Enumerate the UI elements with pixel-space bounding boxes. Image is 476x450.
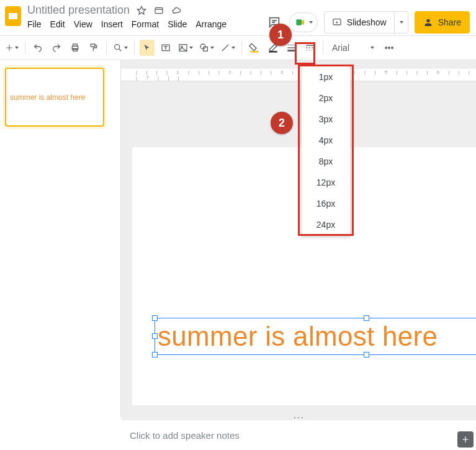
svg-point-23 — [298, 417, 299, 418]
paint-format-button[interactable] — [86, 40, 101, 56]
doc-title[interactable]: Untitled presentation — [27, 4, 130, 17]
line-button[interactable] — [219, 40, 236, 56]
share-button[interactable]: Share — [415, 11, 470, 34]
chevron-down-icon — [309, 21, 313, 24]
slideshow-main[interactable]: Slideshow — [325, 17, 394, 27]
annotation-step-1: 1 — [269, 24, 292, 46]
menu-file[interactable]: File — [27, 19, 42, 29]
speaker-notes[interactable]: Click to add speaker notes — [121, 420, 476, 450]
font-selector[interactable]: Arial — [328, 40, 378, 56]
svg-rect-15 — [269, 51, 277, 52]
speaker-notes-placeholder: Click to add speaker notes — [130, 430, 240, 441]
textbox-button[interactable] — [158, 40, 173, 56]
slide-thumbnail[interactable]: summer is almost here — [5, 68, 104, 127]
toolbar-separator — [25, 41, 25, 55]
svg-marker-0 — [137, 6, 145, 14]
resize-handle-sw[interactable] — [152, 352, 158, 358]
more-tools-button[interactable]: ••• — [382, 40, 397, 56]
menu-edit[interactable]: Edit — [50, 19, 65, 29]
menu-insert[interactable]: Insert — [101, 19, 123, 29]
annotation-box-1 — [295, 42, 315, 65]
zoom-button[interactable] — [112, 40, 129, 56]
menu-view[interactable]: View — [74, 19, 92, 29]
slideshow-button[interactable]: Slideshow — [324, 11, 408, 34]
meet-button[interactable] — [289, 12, 318, 32]
toolbar-separator — [323, 41, 323, 55]
font-name: Arial — [332, 43, 349, 53]
toolbar: Arial ••• — [0, 35, 476, 60]
chevron-down-icon — [210, 47, 214, 49]
svg-rect-14 — [250, 51, 259, 52]
move-icon[interactable] — [153, 5, 164, 16]
annotation-step-2: 2 — [271, 112, 293, 134]
toolbar-separator — [241, 41, 242, 55]
chevron-down-icon — [15, 47, 19, 49]
resize-handle-s[interactable] — [364, 352, 369, 358]
toolbar-separator — [134, 41, 135, 55]
title-column: Untitled presentation File Edit View Ins… — [27, 4, 227, 29]
cloud-status-icon[interactable] — [171, 5, 182, 16]
menu-slide[interactable]: Slide — [168, 19, 187, 29]
resize-handle-n[interactable] — [364, 315, 369, 321]
svg-point-8 — [115, 45, 120, 50]
slideshow-label: Slideshow — [347, 17, 387, 27]
header-right: Slideshow Share — [266, 11, 470, 34]
select-tool-button[interactable] — [140, 40, 155, 56]
star-icon[interactable] — [136, 5, 147, 16]
selected-textbox[interactable]: summer is almost here — [155, 318, 476, 355]
shape-button[interactable] — [198, 40, 215, 56]
image-button[interactable] — [177, 40, 194, 56]
chevron-down-icon — [370, 47, 374, 49]
chevron-down-icon — [231, 47, 235, 49]
svg-rect-6 — [73, 48, 78, 51]
svg-point-22 — [294, 417, 295, 418]
resize-handle-w[interactable] — [152, 333, 158, 339]
undo-button[interactable] — [30, 40, 45, 56]
annotation-box-2 — [298, 65, 354, 236]
svg-rect-1 — [155, 7, 163, 13]
redo-button[interactable] — [49, 40, 64, 56]
slideshow-dropdown[interactable] — [394, 12, 408, 33]
annotation-number: 1 — [277, 29, 284, 42]
fill-color-button[interactable] — [247, 40, 262, 56]
resize-handle-nw[interactable] — [152, 315, 158, 321]
annotation-number: 2 — [279, 117, 285, 130]
menu-arrange[interactable]: Arrange — [195, 19, 227, 29]
work-area: summer is almost here | | | | 1 | | | | … — [0, 60, 476, 417]
explore-button[interactable] — [457, 431, 474, 448]
print-button[interactable] — [68, 40, 83, 56]
thumb-text: summer is almost here — [10, 93, 85, 102]
menu-format[interactable]: Format — [132, 19, 159, 29]
new-slide-button[interactable] — [4, 40, 20, 56]
toolbar-separator — [106, 41, 107, 55]
chevron-down-icon — [400, 21, 403, 24]
svg-point-24 — [302, 417, 303, 418]
svg-rect-7 — [91, 44, 95, 47]
slide-text[interactable]: summer is almost here — [155, 323, 438, 350]
menu-bar: File Edit View Insert Format Slide Arran… — [27, 19, 227, 29]
chevron-down-icon — [189, 47, 193, 49]
svg-rect-2 — [296, 19, 302, 25]
share-label: Share — [438, 17, 461, 27]
doc-title-row: Untitled presentation — [27, 4, 227, 17]
filmstrip[interactable]: summer is almost here — [0, 60, 121, 417]
svg-rect-5 — [73, 44, 78, 46]
chevron-down-icon — [124, 47, 128, 49]
slides-logo-icon[interactable] — [5, 6, 21, 26]
notes-resize-handle[interactable] — [121, 415, 476, 420]
